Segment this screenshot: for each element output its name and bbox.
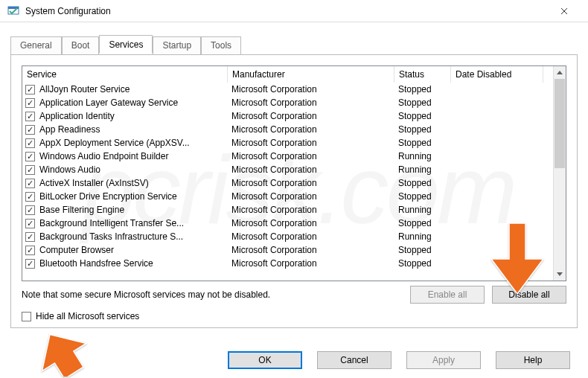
service-checkbox[interactable] — [25, 179, 35, 188]
tab-strip: GeneralBootServicesStartupTools — [0, 22, 588, 54]
service-row[interactable]: AppX Deployment Service (AppXSV...Micros… — [22, 136, 553, 150]
tab-services[interactable]: Services — [99, 35, 153, 54]
service-manufacturer: Microsoft Corporation — [230, 245, 397, 255]
service-manufacturer: Microsoft Corporation — [230, 218, 397, 228]
services-panel: Service Manufacturer Status Date Disable… — [10, 54, 578, 328]
service-name: AllJoyn Router Service — [38, 84, 230, 94]
service-status: Stopped — [397, 124, 453, 135]
service-name: Windows Audio — [38, 164, 230, 175]
service-manufacturer: Microsoft Corporation — [230, 231, 397, 242]
service-manufacturer: Microsoft Corporation — [230, 111, 397, 121]
service-checkbox[interactable] — [25, 246, 35, 255]
cancel-button[interactable]: Cancel — [317, 351, 392, 369]
service-name: AppX Deployment Service (AppXSV... — [38, 138, 230, 148]
service-status: Running — [397, 164, 453, 175]
disable-all-button[interactable]: Disable all — [492, 286, 566, 304]
apply-button[interactable]: Apply — [406, 351, 481, 369]
service-row[interactable]: Base Filtering EngineMicrosoft Corporati… — [22, 203, 553, 217]
service-row[interactable]: Background Intelligent Transfer Se...Mic… — [22, 217, 553, 230]
service-status: Stopped — [397, 258, 453, 269]
close-button[interactable] — [547, 1, 581, 22]
service-status: Stopped — [397, 191, 453, 202]
service-checkbox[interactable] — [25, 205, 35, 215]
vertical-scrollbar[interactable] — [553, 66, 566, 281]
tab-boot[interactable]: Boot — [62, 36, 100, 55]
app-icon — [7, 5, 19, 17]
enable-all-button[interactable]: Enable all — [410, 286, 485, 304]
service-name: Background Tasks Infrastructure S... — [38, 231, 230, 242]
service-name: Computer Browser — [38, 245, 230, 255]
scroll-thumb[interactable] — [555, 79, 565, 168]
services-list: Service Manufacturer Status Date Disable… — [22, 65, 566, 281]
scroll-down-button[interactable] — [554, 268, 566, 281]
service-name: ActiveX Installer (AxInstSV) — [38, 178, 230, 188]
service-row[interactable]: Bluetooth Handsfree ServiceMicrosoft Cor… — [22, 257, 553, 270]
service-name: Application Identity — [38, 111, 230, 121]
service-name: Application Layer Gateway Service — [38, 97, 230, 108]
service-name: Bluetooth Handsfree Service — [38, 258, 230, 269]
titlebar: System Configuration — [0, 0, 588, 22]
dialog-button-bar: OK Cancel Apply Help — [0, 342, 588, 378]
service-status: Stopped — [397, 218, 453, 228]
service-row[interactable]: Computer BrowserMicrosoft CorporationSto… — [22, 243, 553, 257]
service-row[interactable]: Background Tasks Infrastructure S...Micr… — [22, 230, 553, 243]
service-checkbox[interactable] — [25, 125, 35, 135]
col-date-disabled[interactable]: Date Disabled — [451, 66, 543, 83]
hide-ms-label[interactable]: Hide all Microsoft services — [36, 311, 139, 321]
service-manufacturer: Microsoft Corporation — [230, 178, 397, 188]
service-row[interactable]: Windows Audio Endpoint BuilderMicrosoft … — [22, 150, 553, 163]
col-service[interactable]: Service — [22, 66, 228, 83]
note-text: Note that some secure Microsoft services… — [22, 289, 403, 300]
service-manufacturer: Microsoft Corporation — [230, 138, 397, 148]
service-checkbox[interactable] — [25, 112, 35, 121]
window-title: System Configuration — [25, 6, 547, 16]
service-status: Running — [397, 205, 453, 215]
service-manufacturer: Microsoft Corporation — [230, 97, 397, 108]
scroll-track[interactable] — [554, 79, 566, 268]
col-status[interactable]: Status — [394, 66, 451, 83]
service-row[interactable]: Windows AudioMicrosoft CorporationRunnin… — [22, 163, 553, 176]
tab-tools[interactable]: Tools — [201, 36, 241, 55]
service-checkbox[interactable] — [25, 152, 35, 161]
service-row[interactable]: BitLocker Drive Encryption ServiceMicros… — [22, 190, 553, 203]
service-status: Stopped — [397, 178, 453, 188]
service-checkbox[interactable] — [25, 259, 35, 269]
service-row[interactable]: AllJoyn Router ServiceMicrosoft Corporat… — [22, 83, 553, 96]
service-status: Stopped — [397, 111, 453, 121]
service-status: Stopped — [397, 138, 453, 148]
help-button[interactable]: Help — [496, 351, 570, 369]
service-row[interactable]: App ReadinessMicrosoft CorporationStoppe… — [22, 123, 553, 136]
hide-ms-checkbox[interactable] — [22, 312, 31, 321]
tab-general[interactable]: General — [10, 36, 62, 55]
service-manufacturer: Microsoft Corporation — [230, 164, 397, 175]
ok-button[interactable]: OK — [228, 351, 302, 369]
service-checkbox[interactable] — [25, 165, 35, 175]
service-manufacturer: Microsoft Corporation — [230, 205, 397, 215]
service-checkbox[interactable] — [25, 138, 35, 148]
scroll-up-button[interactable] — [554, 66, 566, 79]
service-manufacturer: Microsoft Corporation — [230, 258, 397, 269]
service-status: Stopped — [397, 97, 453, 108]
tab-startup[interactable]: Startup — [153, 36, 201, 55]
service-status: Stopped — [397, 84, 453, 94]
col-manufacturer[interactable]: Manufacturer — [228, 66, 394, 83]
service-row[interactable]: ActiveX Installer (AxInstSV)Microsoft Co… — [22, 176, 553, 190]
service-status: Stopped — [397, 245, 453, 255]
service-checkbox[interactable] — [25, 98, 35, 108]
service-name: Base Filtering Engine — [38, 205, 230, 215]
service-status: Running — [397, 231, 453, 242]
service-manufacturer: Microsoft Corporation — [230, 151, 397, 161]
service-checkbox[interactable] — [25, 85, 35, 94]
service-checkbox[interactable] — [25, 232, 35, 242]
service-name: App Readiness — [38, 124, 230, 135]
service-name: BitLocker Drive Encryption Service — [38, 191, 230, 202]
service-checkbox[interactable] — [25, 192, 35, 202]
service-manufacturer: Microsoft Corporation — [230, 124, 397, 135]
service-manufacturer: Microsoft Corporation — [230, 191, 397, 202]
service-row[interactable]: Application IdentityMicrosoft Corporatio… — [22, 109, 553, 123]
service-checkbox[interactable] — [25, 219, 35, 228]
service-row[interactable]: Application Layer Gateway ServiceMicroso… — [22, 96, 553, 109]
service-name: Windows Audio Endpoint Builder — [38, 151, 230, 161]
service-name: Background Intelligent Transfer Se... — [38, 218, 230, 228]
service-status: Running — [397, 151, 453, 161]
